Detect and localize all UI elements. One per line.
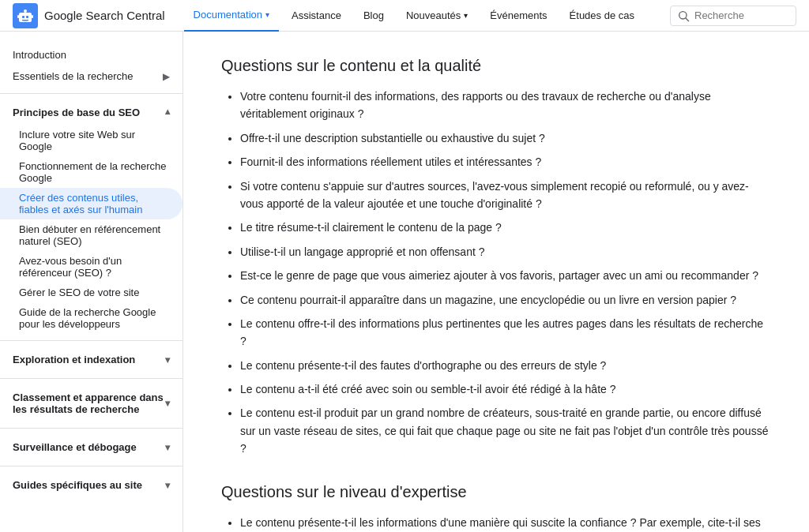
- list-item: Le contenu présente-t-il les information…: [240, 514, 771, 532]
- sidebar-section-principes[interactable]: Principes de base du SEO ▾: [0, 100, 182, 125]
- bullets-qualite: Votre contenu fournit-il des information…: [221, 88, 771, 458]
- divider-2: [0, 340, 182, 341]
- search-input[interactable]: [694, 9, 789, 21]
- sidebar-section-classement[interactable]: Classement et apparence dans les résulta…: [0, 385, 182, 421]
- logo-text: Google Search Central: [44, 9, 165, 22]
- bullets-expertise: Le contenu présente-t-il les information…: [221, 514, 771, 532]
- logo-icon: [13, 3, 38, 28]
- list-item: Le contenu est-il produit par un grand n…: [240, 404, 771, 457]
- sidebar-section-exploration[interactable]: Exploration et indexation ▾: [0, 347, 182, 372]
- sidebar: Introduction Essentiels de la recherche …: [0, 32, 183, 532]
- sidebar-item-gerer[interactable]: Gérer le SEO de votre site: [0, 283, 182, 302]
- divider-5: [0, 466, 182, 466]
- list-item: Si votre contenu s'appuie sur d'autres s…: [240, 178, 771, 213]
- logo[interactable]: Google Search Central: [13, 3, 165, 28]
- nav-nouveautes[interactable]: Nouveautés ▾: [397, 0, 477, 32]
- sidebar-item-referenceur[interactable]: Avez-vous besoin d'un référenceur (SEO) …: [0, 251, 182, 283]
- chevron-right-icon: ▶: [163, 71, 170, 82]
- chevron-down-icon: ▾: [265, 10, 269, 19]
- svg-rect-4: [24, 9, 27, 13]
- site-header: Google Search Central Documentation ▾ As…: [0, 0, 809, 32]
- sidebar-item-fonctionnement[interactable]: Fonctionnement de la recherche Google: [0, 156, 182, 188]
- chevron-down-icon: ▾: [165, 442, 170, 453]
- list-item: Utilise-t-il un langage approprié et non…: [240, 243, 771, 260]
- sidebar-item-guide-dev[interactable]: Guide de la recherche Google pour les dé…: [0, 302, 182, 334]
- list-item: Le contenu offre-t-il des informations p…: [240, 315, 771, 350]
- nav-documentation[interactable]: Documentation ▾: [184, 0, 279, 32]
- sidebar-item-creer[interactable]: Créer des contenus utiles, fiables et ax…: [0, 188, 182, 219]
- search-icon: [677, 9, 690, 22]
- chevron-down-icon: ▾: [464, 11, 468, 20]
- nav-blog[interactable]: Blog: [354, 0, 393, 32]
- list-item: Le titre résume-t-il clairement le conte…: [240, 219, 771, 236]
- divider-4: [0, 428, 182, 429]
- list-item: Le contenu a-t-il été créé avec soin ou …: [240, 380, 771, 398]
- list-item: Votre contenu fournit-il des information…: [240, 88, 771, 123]
- list-item: Offre-t-il une description substantielle…: [240, 129, 771, 147]
- heading-qualite: Questions sur le contenu et la qualité: [221, 57, 771, 75]
- divider-3: [0, 378, 182, 379]
- chevron-up-icon: ▾: [165, 107, 170, 118]
- heading-expertise: Questions sur le niveau d'expertise: [221, 483, 771, 501]
- list-item: Fournit-il des informations réellement u…: [240, 153, 771, 170]
- svg-rect-3: [26, 16, 28, 18]
- nav-evenements[interactable]: Événements: [480, 0, 556, 32]
- svg-rect-5: [17, 15, 19, 18]
- svg-rect-7: [22, 20, 28, 21]
- page-layout: Introduction Essentiels de la recherche …: [0, 32, 809, 532]
- chevron-down-icon: ▾: [165, 354, 170, 365]
- sidebar-item-introduction[interactable]: Introduction: [0, 44, 182, 66]
- chevron-down-icon: ▾: [165, 480, 170, 491]
- list-item: Est-ce le genre de page que vous aimerie…: [240, 267, 771, 284]
- list-item: Ce contenu pourrait-il apparaître dans u…: [240, 291, 771, 309]
- main-nav: Documentation ▾ Assistance Blog Nouveaut…: [184, 0, 670, 32]
- svg-rect-6: [32, 15, 33, 18]
- sidebar-item-essentiels[interactable]: Essentiels de la recherche ▶: [0, 66, 182, 87]
- nav-etudes[interactable]: Études de cas: [560, 0, 644, 32]
- svg-line-9: [686, 18, 689, 21]
- main-content: Questions sur le contenu et la qualité V…: [183, 32, 809, 532]
- search-box[interactable]: [670, 6, 796, 26]
- sidebar-item-bien-debuter[interactable]: Bien débuter en référencement naturel (S…: [0, 219, 182, 251]
- nav-assistance[interactable]: Assistance: [282, 0, 351, 32]
- svg-rect-2: [22, 16, 24, 18]
- sidebar-item-inclure[interactable]: Inclure votre site Web sur Google: [0, 125, 182, 156]
- list-item: Le contenu présente-t-il des fautes d'or…: [240, 357, 771, 374]
- sidebar-section-guides[interactable]: Guides spécifiques au site ▾: [0, 473, 182, 497]
- divider: [0, 93, 182, 94]
- sidebar-section-surveillance[interactable]: Surveillance et débogage ▾: [0, 435, 182, 459]
- chevron-down-icon: ▾: [165, 398, 170, 409]
